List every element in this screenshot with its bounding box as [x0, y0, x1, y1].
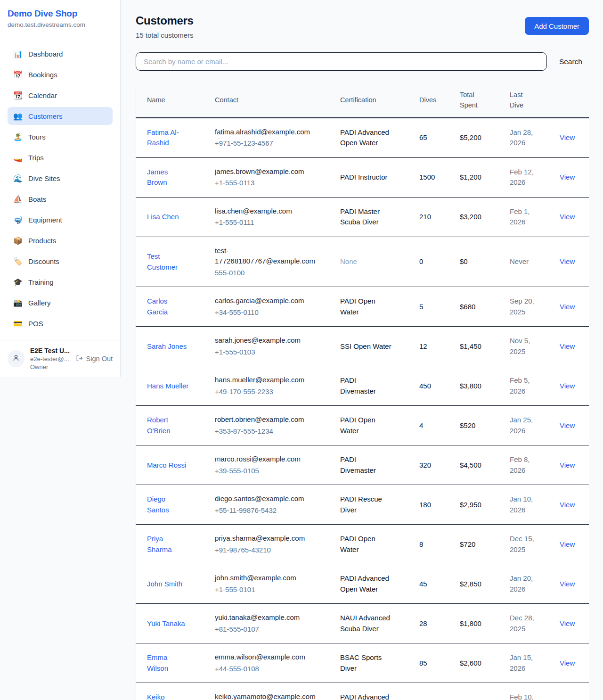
- customer-dives: 210: [412, 197, 452, 237]
- customer-name-link[interactable]: John Smith: [147, 579, 182, 590]
- diving-mask-icon: 🤿: [13, 215, 23, 224]
- sidebar-item-training[interactable]: 🎓Training: [8, 273, 113, 291]
- sidebar-item-gallery[interactable]: 📸Gallery: [8, 294, 113, 312]
- sign-out-icon: [75, 354, 83, 363]
- customer-certification: PADI Open Water: [340, 296, 393, 317]
- customer-name-link[interactable]: Hans Mueller: [147, 381, 188, 392]
- view-customer-link[interactable]: View: [560, 619, 575, 627]
- view-customer-link[interactable]: View: [560, 659, 575, 667]
- customer-last-dive: Dec 28, 2025: [510, 613, 540, 634]
- column-header-actions: [552, 83, 589, 118]
- customer-dives: 8: [412, 525, 452, 564]
- customer-total-spent: $3,800: [452, 366, 502, 406]
- user-role: Owner: [30, 363, 73, 371]
- customer-last-dive: Feb 10, 2026: [510, 692, 540, 700]
- customer-name-link[interactable]: Sarah Jones: [147, 341, 187, 352]
- view-customer-link[interactable]: View: [560, 303, 575, 311]
- customer-dives: 5: [412, 287, 452, 327]
- customer-name-link[interactable]: Carlos Garcia: [147, 296, 189, 317]
- search-row: Search: [136, 52, 589, 71]
- sidebar-item-label: Dive Sites: [28, 174, 60, 182]
- customer-name-link[interactable]: Marco Rossi: [147, 460, 186, 471]
- customer-dives: 65: [412, 118, 452, 158]
- view-customer-link[interactable]: View: [560, 257, 575, 265]
- bar-chart-icon: 📊: [13, 49, 23, 58]
- view-customer-link[interactable]: View: [560, 213, 575, 221]
- table-row: Diego Santosdiego.santos@example.com+55-…: [136, 485, 589, 525]
- customer-email: keiko.yamamoto@example.com: [215, 692, 316, 700]
- customer-certification: PADI Master Scuba Diver: [340, 206, 393, 228]
- table-row: Fatima Al-Rashidfatima.alrashid@example.…: [136, 118, 589, 158]
- table-row: Test Customertest-1772681807767@example.…: [136, 237, 589, 287]
- main-content: Customers 15 total customers Add Custome…: [121, 0, 603, 700]
- sidebar-item-bookings[interactable]: 📅Bookings: [8, 66, 113, 83]
- customer-certification: PADI Divemaster: [340, 454, 393, 476]
- customer-name-link[interactable]: Yuki Tanaka: [147, 618, 185, 629]
- customer-name-link[interactable]: Test Customer: [147, 251, 189, 272]
- sidebar-item-dashboard[interactable]: 📊Dashboard: [8, 45, 113, 63]
- view-customer-link[interactable]: View: [560, 540, 575, 548]
- customer-last-dive: Nov 5, 2025: [510, 336, 540, 357]
- view-customer-link[interactable]: View: [560, 133, 575, 141]
- customer-certification: PADI Open Water: [340, 415, 393, 436]
- customer-certification: None: [340, 256, 393, 267]
- customer-phone: 555-0100: [215, 268, 325, 279]
- customer-dives: 85: [412, 643, 452, 683]
- customer-name-link[interactable]: Diego Santos: [147, 494, 189, 515]
- table-row: John Smithjohn.smith@example.com+1-555-0…: [136, 564, 589, 604]
- customer-name-link[interactable]: Robert O'Brien: [147, 415, 189, 436]
- table-row: Marco Rossimarco.rossi@example.com+39-55…: [136, 445, 589, 485]
- customer-phone: +34-555-0110: [215, 307, 325, 318]
- calendar-date-icon: 📅: [13, 70, 23, 79]
- customer-name-link[interactable]: James Brown: [147, 167, 189, 188]
- customer-name-link[interactable]: Keiko Yamamoto: [147, 692, 189, 700]
- sign-out-button[interactable]: Sign Out: [73, 354, 113, 363]
- sailboat-icon: ⛵: [13, 195, 23, 204]
- customer-phone: +49-170-555-2233: [215, 387, 325, 397]
- search-button[interactable]: Search: [547, 58, 589, 66]
- view-customer-link[interactable]: View: [560, 173, 575, 181]
- view-customer-link[interactable]: View: [560, 382, 575, 390]
- customer-total-spent: $1,800: [452, 604, 502, 643]
- add-customer-button[interactable]: Add Customer: [525, 17, 589, 35]
- column-header-certification: Certification: [333, 83, 412, 118]
- sidebar-item-products[interactable]: 📦Products: [8, 231, 113, 249]
- view-customer-link[interactable]: View: [560, 421, 575, 429]
- sidebar-user-footer: E2E Test U... e2e-tester@... Owner Sign …: [0, 340, 120, 377]
- credit-card-icon: 💳: [13, 319, 23, 328]
- sidebar-item-tours[interactable]: 🏝️Tours: [8, 128, 113, 146]
- sidebar-item-label: Bookings: [28, 71, 57, 79]
- customer-name-link[interactable]: Lisa Chen: [147, 212, 179, 222]
- customer-last-dive: Jan 15, 2026: [510, 652, 540, 674]
- sidebar-item-label: Training: [28, 278, 54, 286]
- customer-phone: +971-55-123-4567: [215, 138, 325, 149]
- view-customer-link[interactable]: View: [560, 342, 575, 350]
- table-row: Carlos Garciacarlos.garcia@example.com+3…: [136, 287, 589, 327]
- customer-email: yuki.tanaka@example.com: [215, 612, 316, 623]
- user-block: E2E Test U... e2e-tester@... Owner: [30, 347, 73, 371]
- customer-dives: 28: [412, 604, 452, 643]
- sidebar-item-trips[interactable]: 🚤Trips: [8, 148, 113, 166]
- people-icon: 👥: [13, 112, 23, 121]
- customer-phone: +1-555-0103: [215, 347, 325, 358]
- customer-email: fatima.alrashid@example.com: [215, 127, 316, 138]
- view-customer-link[interactable]: View: [560, 461, 575, 469]
- customer-name-link[interactable]: Priya Sharma: [147, 534, 189, 555]
- sidebar-item-customers[interactable]: 👥Customers: [8, 107, 113, 125]
- sidebar-item-dive-sites[interactable]: 🌊Dive Sites: [8, 169, 113, 187]
- sidebar-nav: 📊Dashboard📅Bookings📆Calendar👥Customers🏝️…: [0, 36, 120, 340]
- sidebar-item-calendar[interactable]: 📆Calendar: [8, 86, 113, 104]
- sidebar-item-discounts[interactable]: 🏷️Discounts: [8, 252, 113, 270]
- customer-last-dive: Dec 15, 2025: [510, 534, 540, 555]
- customer-email: john.smith@example.com: [215, 573, 316, 584]
- view-customer-link[interactable]: View: [560, 501, 575, 509]
- customer-name-link[interactable]: Fatima Al-Rashid: [147, 127, 189, 148]
- customer-certification: PADI Rescue Diver: [340, 494, 393, 515]
- sidebar-item-boats[interactable]: ⛵Boats: [8, 190, 113, 208]
- view-customer-link[interactable]: View: [560, 580, 575, 588]
- sidebar-item-pos[interactable]: 💳POS: [8, 314, 113, 332]
- customer-name-link[interactable]: Emma Wilson: [147, 652, 189, 674]
- sidebar-item-equipment[interactable]: 🤿Equipment: [8, 211, 113, 229]
- customer-dives: 0: [412, 237, 452, 287]
- search-input[interactable]: [136, 52, 547, 71]
